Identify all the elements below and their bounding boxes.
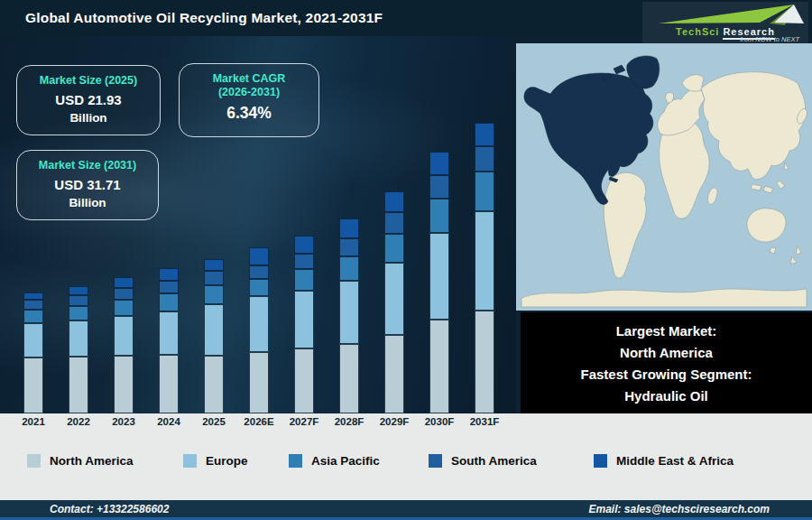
bar-segment-north-america-2021	[23, 358, 43, 413]
legend-label: North America	[50, 454, 134, 468]
bar-segment-asia-pacific-2031F	[475, 172, 494, 211]
bar-segment-north-america-2023	[114, 356, 134, 413]
bar-segment-europe-2024	[159, 311, 179, 355]
bar-2023	[114, 277, 134, 413]
bar-segment-europe-2026E	[249, 296, 269, 352]
bar-segment-asia-pacific-2030F	[429, 199, 449, 233]
bar-segment-asia-pacific-2027F	[294, 269, 314, 291]
bar-2030F	[429, 152, 449, 413]
footer-bar: Contact: +13322586602 Email: sales@techs…	[0, 500, 812, 517]
market-cagr-title: Market CAGR	[180, 72, 318, 85]
world-map	[516, 43, 812, 311]
bar-segment-south-america-2025	[204, 271, 224, 285]
caption-line-1: Largest Market:	[521, 320, 812, 342]
caption-line-2: North America	[521, 342, 812, 364]
caption-line-3: Fastest Growing Segment:	[521, 364, 812, 385]
bar-segment-south-america-2026E	[249, 265, 269, 279]
bar-segment-middle-east-africa-2022	[69, 286, 88, 295]
market-size-2025-unit: Billion	[17, 111, 160, 125]
bar-2027F	[294, 236, 314, 413]
logo-techsci-text: TechSci	[676, 26, 719, 37]
bar-segment-europe-2021	[23, 323, 43, 358]
legend-swatch	[594, 454, 607, 468]
bar-segment-middle-east-africa-2024	[159, 268, 179, 281]
bar-segment-middle-east-africa-2028F	[339, 218, 359, 238]
bar-2021	[23, 292, 43, 413]
legend-swatch	[289, 454, 302, 468]
bar-segment-europe-2023	[114, 316, 134, 356]
bar-segment-europe-2027F	[294, 291, 314, 348]
legend-item-middle-east-africa: Middle East & Africa	[594, 454, 734, 468]
logo-tagline: from NOW to NEXT	[740, 35, 799, 43]
world-map-svg	[516, 43, 812, 311]
bar-segment-asia-pacific-2022	[69, 306, 88, 320]
legend-swatch	[27, 454, 41, 468]
bar-segment-asia-pacific-2028F	[339, 256, 359, 281]
bar-segment-north-america-2025	[204, 356, 224, 413]
bar-segment-south-america-2028F	[339, 238, 359, 256]
bar-segment-north-america-2030F	[429, 320, 449, 413]
techsci-logo: TechSciResearch from NOW to NEXT	[642, 2, 808, 43]
bar-segment-middle-east-africa-2025	[204, 259, 224, 271]
market-size-2031-title: Market Size (2031)	[17, 159, 158, 172]
market-size-2031-box: Market Size (2031) USD 31.71 Billion	[16, 150, 159, 220]
bar-2031F	[475, 123, 494, 413]
legend-item-north-america: North America	[27, 454, 134, 468]
bar-segment-middle-east-africa-2030F	[429, 152, 449, 175]
bar-2026E	[249, 247, 269, 413]
bar-2024	[159, 268, 179, 413]
bar-segment-asia-pacific-2024	[159, 293, 179, 311]
largest-market-caption: Largest Market: North America Fastest Gr…	[521, 312, 812, 413]
bar-segment-north-america-2029F	[384, 335, 404, 413]
axis-label-2030F: 2030F	[425, 416, 455, 427]
axis-label-2022: 2022	[67, 416, 90, 427]
legend-label: Asia Pacific	[311, 454, 380, 468]
market-size-2025-title: Market Size (2025)	[17, 74, 160, 87]
legend-label: Europe	[206, 454, 248, 468]
bar-segment-middle-east-africa-2031F	[475, 123, 494, 146]
bar-segment-north-america-2028F	[339, 344, 359, 413]
bar-segment-europe-2028F	[339, 281, 359, 344]
legend-item-asia-pacific: Asia Pacific	[289, 454, 380, 468]
bar-segment-middle-east-africa-2026E	[249, 247, 269, 265]
axis-label-2031F: 2031F	[470, 416, 500, 427]
market-cagr-subtitle: (2026-2031)	[180, 86, 318, 98]
bar-segment-south-america-2022	[69, 295, 88, 306]
legend-label: South America	[451, 454, 537, 468]
bar-segment-south-america-2024	[159, 281, 179, 293]
axis-label-2024: 2024	[157, 416, 180, 427]
axis-label-2027F: 2027F	[290, 416, 319, 427]
bar-segment-europe-2030F	[429, 233, 449, 320]
legend-swatch	[183, 454, 197, 468]
axis-label-2025: 2025	[202, 416, 226, 427]
legend-item-europe: Europe	[183, 454, 248, 468]
market-size-2025-box: Market Size (2025) USD 21.93 Billion	[16, 65, 161, 135]
bar-segment-middle-east-africa-2027F	[294, 236, 314, 254]
bar-segment-north-america-2022	[69, 357, 88, 413]
market-size-2031-unit: Billion	[17, 196, 158, 209]
bar-segment-middle-east-africa-2021	[23, 292, 43, 300]
legend-swatch	[429, 454, 442, 468]
contact-phone: Contact: +13322586602	[50, 503, 169, 515]
bar-segment-north-america-2024	[159, 355, 179, 413]
bar-2025	[204, 259, 224, 413]
bar-segment-europe-2029F	[384, 263, 404, 335]
axis-label-2029F: 2029F	[380, 416, 410, 427]
bar-segment-north-america-2031F	[475, 311, 494, 413]
page-title: Global Automotive Oil Recycling Market, …	[25, 0, 383, 36]
bar-segment-north-america-2026E	[249, 352, 269, 413]
bar-segment-south-america-2027F	[294, 254, 314, 269]
bar-segment-asia-pacific-2023	[114, 300, 134, 316]
axis-label-2026E: 2026E	[244, 416, 273, 427]
bar-2022	[69, 286, 88, 413]
bar-segment-europe-2022	[69, 320, 88, 357]
legend-item-south-america: South America	[429, 454, 537, 468]
legend-label: Middle East & Africa	[616, 454, 734, 468]
bar-segment-south-america-2030F	[429, 175, 449, 199]
bar-segment-asia-pacific-2029F	[384, 234, 404, 263]
caption-line-4: Hydraulic Oil	[521, 385, 812, 407]
contact-email: Email: sales@techsciresearch.com	[589, 503, 770, 515]
market-size-2031-value: USD 31.71	[17, 177, 158, 192]
bottom-area: 202120222023202420252026E2027F2028F2029F…	[0, 413, 812, 500]
bar-2028F	[339, 218, 359, 413]
